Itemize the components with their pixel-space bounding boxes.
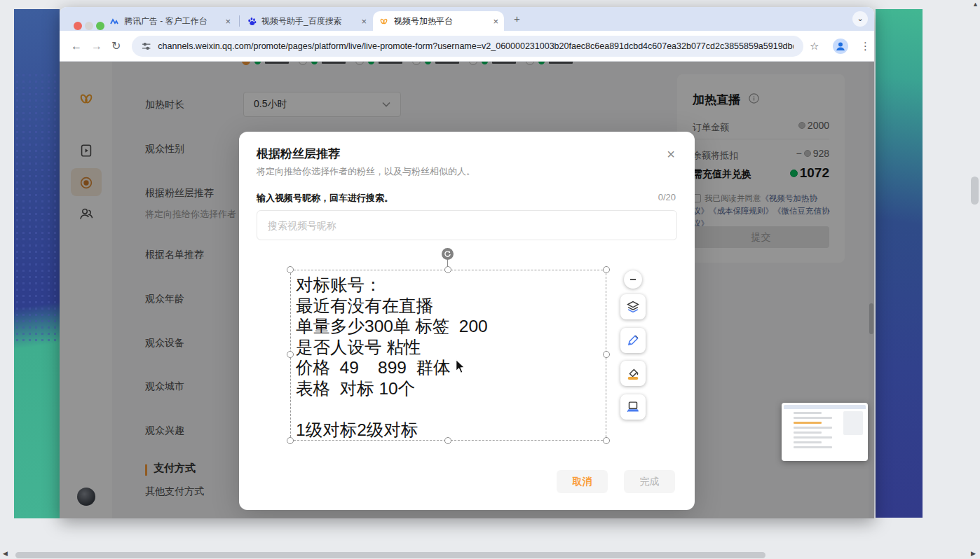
- tab-strip: 腾讯广告 - 客户工作台 × 视频号助手_百度搜索 × 视频号加热平台 × + …: [60, 7, 874, 31]
- tab-channels-platform[interactable]: 视频号加热平台 ×: [373, 11, 504, 31]
- site-settings-icon: [142, 41, 151, 51]
- back-button[interactable]: ←: [71, 39, 82, 54]
- close-window-button[interactable]: [74, 22, 82, 30]
- url-text: channels.weixin.qq.com/promote/pages/pla…: [158, 41, 794, 51]
- new-tab-button[interactable]: +: [514, 13, 520, 25]
- modal-close-icon[interactable]: ×: [667, 147, 675, 161]
- scroll-left-arrow[interactable]: ◀: [3, 551, 8, 557]
- tab-title: 视频号加热平台: [394, 15, 453, 27]
- tab-title: 腾讯广告 - 客户工作台: [124, 15, 207, 27]
- tab-separator: [239, 15, 240, 27]
- close-tab-icon[interactable]: ×: [225, 16, 231, 27]
- desktop-wallpaper-left: [14, 9, 60, 518]
- fans-recommend-modal: 根据粉丝层推荐 × 将定向推给你选择作者的粉丝，以及与粉丝相似的人。 输入视频号…: [239, 132, 695, 510]
- page-content: 加热时长 0.5小时 观众性别 根据粉丝层推荐 将定向推给你选择作者 根据名单推…: [60, 62, 874, 518]
- close-tab-icon[interactable]: ×: [361, 16, 367, 27]
- profile-person-glyph: [833, 39, 848, 54]
- done-button[interactable]: 完成: [624, 470, 675, 493]
- browser-menu-icon[interactable]: ⋮: [860, 39, 871, 54]
- tab-baidu-search[interactable]: 视频号助手_百度搜索 ×: [242, 11, 372, 31]
- address-bar[interactable]: channels.weixin.qq.com/promote/pages/pla…: [132, 36, 803, 57]
- modal-subtitle: 将定向推给你选择作者的粉丝，以及与粉丝相似的人。: [257, 165, 475, 178]
- browser-window: 腾讯广告 - 客户工作台 × 视频号助手_百度搜索 × 视频号加热平台 × + …: [60, 7, 874, 518]
- char-counter: 0/20: [658, 192, 676, 202]
- tab-search-chevron-icon[interactable]: ⌄: [852, 11, 868, 27]
- tab-title: 视频号助手_百度搜索: [261, 15, 342, 27]
- scroll-right-arrow[interactable]: ▶: [971, 551, 976, 557]
- cancel-button[interactable]: 取消: [557, 470, 608, 493]
- search-instruction-label: 输入视频号昵称，回车进行搜索。: [257, 192, 393, 205]
- close-tab-icon[interactable]: ×: [493, 16, 498, 27]
- minimize-window-button[interactable]: [85, 22, 93, 30]
- channels-logo-icon: [379, 16, 389, 27]
- tab-tencent-ads[interactable]: 腾讯广告 - 客户工作台 ×: [104, 11, 236, 31]
- tencent-ads-icon: [110, 17, 119, 26]
- bookmark-star-icon[interactable]: ☆: [810, 39, 819, 54]
- browser-toolbar: ← → ↻ channels.weixin.qq.com/promote/pag…: [60, 31, 874, 62]
- horizontal-scrollbar-thumb[interactable]: [15, 552, 765, 558]
- forward-button[interactable]: →: [91, 39, 102, 54]
- baidu-paw-icon: [247, 17, 257, 26]
- profile-avatar-icon[interactable]: [833, 39, 848, 54]
- desktop-wallpaper-right: [876, 9, 923, 518]
- reload-button[interactable]: ↻: [111, 39, 121, 54]
- modal-title: 根据粉丝层推荐: [257, 146, 340, 162]
- scroll-up-arrow[interactable]: ▲: [972, 1, 979, 8]
- vertical-scrollbar-thumb[interactable]: [971, 177, 979, 205]
- nickname-search-input[interactable]: [257, 210, 677, 240]
- zoom-window-button[interactable]: [96, 22, 104, 30]
- wallpaper-dot-pattern: [14, 72, 60, 343]
